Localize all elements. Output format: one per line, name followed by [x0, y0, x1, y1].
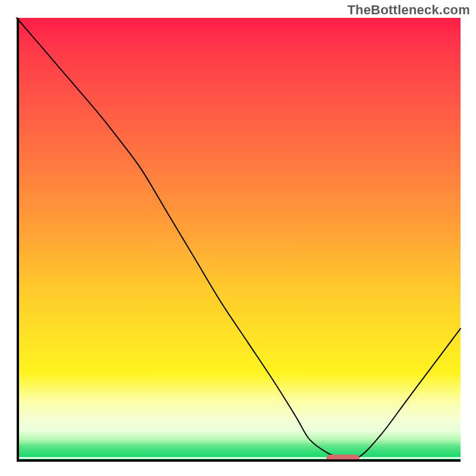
watermark-text: TheBottleneck.com — [347, 2, 470, 18]
plot-area — [17, 18, 461, 462]
optimal-marker — [326, 455, 359, 462]
bottleneck-curve — [17, 18, 461, 459]
chart-container: TheBottleneck.com — [0, 0, 476, 476]
curve-layer — [17, 18, 461, 462]
